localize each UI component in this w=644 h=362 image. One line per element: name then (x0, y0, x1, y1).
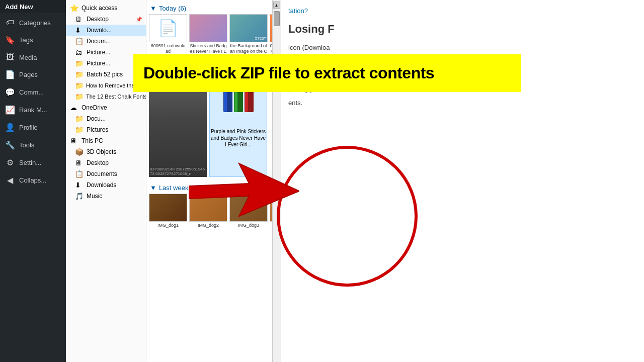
tree-item-label: Picture... (87, 49, 110, 56)
file-item-stickers1[interactable]: Stickers and Badges Never Have I Ever Gi… (189, 14, 227, 59)
scroll-up-arrow[interactable]: ▲ (273, 2, 280, 9)
sidebar-item-tools[interactable]: 🔧 Tools (0, 136, 66, 154)
download-icon: ⬇ (75, 181, 84, 189)
para-partial-3: n. (288, 69, 636, 81)
sidebar-item-comments[interactable]: 💬 Comm... (0, 83, 66, 101)
tree-navigation: ⭐ Quick access 🖥 Desktop 📌 ⬇ Downlo... 📋… (66, 0, 146, 362)
selected-file-label: Purple and Pink Stickers and Badges Neve… (210, 127, 267, 149)
tree-item-pc-desktop[interactable]: 🖥 Desktop (66, 157, 146, 168)
file-name: IMG_dog3 (229, 223, 268, 228)
selected-zip-file[interactable]: Purple and Pink Stickers and Badges Neve… (209, 61, 267, 177)
sidebar-item-label: Collaps... (19, 176, 46, 184)
folder-icon: 📁 (75, 59, 84, 67)
scroll-thumb[interactable] (274, 11, 280, 26)
tree-item-label: Docu... (87, 115, 106, 122)
pictures-icon: 🗂 (75, 48, 84, 56)
folder-icon: 📁 (75, 115, 84, 123)
sidebar-item-tags[interactable]: 🔖 Tags (0, 31, 66, 49)
desktop-icon: 🖥 (75, 159, 84, 167)
tree-item-label: Quick access (82, 5, 117, 12)
tree-item-label: Desktop (87, 159, 109, 166)
tree-item-music[interactable]: 🎵 Music (66, 191, 146, 202)
tree-item-pc-documents[interactable]: 📋 Documents (66, 168, 146, 179)
sidebar-item-label: Tools (19, 141, 34, 149)
file-explorer: ⭐ Quick access 🖥 Desktop 📌 ⬇ Downlo... 📋… (66, 0, 272, 362)
sidebar-item-pages[interactable]: 📄 Pages (0, 66, 66, 83)
tree-item-label: How to Remove the Ba... (86, 82, 146, 88)
tree-item-label: 3D Objects (87, 148, 116, 155)
sidebar-item-settings[interactable]: ⚙ Settin... (0, 154, 66, 171)
chevron-down-icon: ▼ (150, 5, 156, 12)
tree-item-label: Desktop (87, 16, 109, 23)
today-section-header[interactable]: ▼ Today (6) (149, 3, 270, 14)
sidebar-item-label: Pages (19, 71, 38, 78)
svg-rect-5 (234, 89, 237, 112)
tree-item-pc-downloads[interactable]: ⬇ Downloads (66, 179, 146, 191)
tree-item-label: This PC (82, 137, 103, 144)
sidebar-item-profile[interactable]: 👤 Profile (0, 119, 66, 136)
tree-item-od-pictures[interactable]: 📁 Pictures (66, 124, 146, 135)
tree-item-3dobjects[interactable]: 📦 3D Objects (66, 146, 146, 157)
svg-rect-1 (236, 75, 241, 88)
pages-icon: 📄 (5, 70, 15, 79)
documents-icon: 📋 (75, 37, 84, 45)
folder-icon: 📁 (75, 93, 84, 101)
sidebar-item-rank[interactable]: 📈 Rank M... (0, 101, 66, 119)
tree-item-batch52[interactable]: 📁 Batch 52 pics (66, 69, 146, 80)
collapse-icon: ◀ (5, 175, 15, 185)
file-name: 600591.crdownload (149, 43, 187, 54)
tree-item-quick-access[interactable]: ⭐ Quick access (66, 3, 146, 14)
tree-item-batch1[interactable]: 📁 Picture... (66, 58, 146, 69)
sidebar-item-label: Comm... (19, 88, 44, 96)
tree-item-thispc[interactable]: 🖥 This PC (66, 135, 146, 146)
content-link[interactable]: tation? (288, 7, 308, 15)
winrar-icon (218, 74, 259, 115)
chevron-down-icon: ▼ (150, 184, 156, 192)
sidebar-item-label: Rank M... (19, 106, 47, 114)
sidebar-item-collapse[interactable]: ◀ Collaps... (0, 171, 66, 189)
folder-icon: 📁 (75, 70, 84, 78)
tree-item-pictures[interactable]: 🗂 Picture... (66, 47, 146, 58)
para-partial-4: porting your (288, 83, 636, 95)
folder-icon: 📁 (75, 126, 84, 134)
sidebar-item-label: Settin... (19, 159, 41, 166)
tree-item-label: Documents (87, 170, 117, 177)
tree-item-downloads[interactable]: ⬇ Downlo... (66, 25, 146, 36)
comments-icon: 💬 (5, 87, 15, 97)
file-name: IMG_dog2 (189, 223, 227, 228)
tree-item-label: The 12 Best Chalk Fonts (86, 94, 146, 100)
media-icon: 🖼 (5, 53, 15, 62)
tree-item-label: Music (87, 193, 102, 200)
sidebar-item-categories[interactable]: 🏷 Categories (0, 14, 66, 31)
para-partial-5: ents. (288, 97, 636, 109)
tree-item-label: Downloads (87, 182, 116, 189)
sidebar-item-media[interactable]: 🖼 Media (0, 49, 66, 66)
tree-item-desktop[interactable]: 🖥 Desktop 📌 (66, 14, 146, 25)
sidebar-item-label: Profile (19, 124, 38, 131)
tree-item-howto[interactable]: 📁 How to Remove the Ba... (66, 80, 146, 91)
ghost-photo[interactable]: 83798892148 238725906194673 602872782716… (149, 61, 207, 177)
file-explorer-scrollbar[interactable]: ▲ (272, 0, 280, 362)
file-item-crdownload[interactable]: 📄 600591.crdownload (149, 14, 187, 59)
tags-icon: 🔖 (5, 35, 15, 45)
tree-item-od-documents[interactable]: 📁 Docu... (66, 113, 146, 124)
tree-item-label: Docum... (87, 38, 111, 45)
tree-item-chalk[interactable]: 📁 The 12 Best Chalk Fonts (66, 91, 146, 102)
today-section-label: Today (6) (159, 5, 186, 12)
pin-icon: 📌 (136, 17, 142, 22)
svg-rect-7 (245, 90, 248, 112)
file-item-dog2[interactable]: IMG_dog2 (189, 194, 227, 228)
tree-item-onedrive[interactable]: ☁ OneDrive (66, 102, 146, 113)
file-item-canva[interactable]: 57267 the Background of an Image on the … (229, 14, 268, 59)
star-icon: ⭐ (70, 4, 79, 12)
file-name: the Background of an Image on the Canva … (229, 43, 268, 59)
file-item-dog1[interactable]: IMG_dog1 (149, 194, 187, 228)
tree-item-documents[interactable]: 📋 Docum... (66, 36, 146, 47)
file-item-dog3[interactable]: IMG_dog3 (229, 194, 268, 228)
last-week-section-header[interactable]: ▼ Last week (13) (149, 182, 270, 194)
categories-icon: 🏷 (5, 18, 15, 27)
heading-partial: Losing F (288, 19, 636, 39)
tools-icon: 🔧 (5, 140, 15, 150)
file-name: Stickers and Badges Never Have I Ever Gi… (189, 43, 227, 59)
settings-icon: ⚙ (5, 158, 15, 167)
